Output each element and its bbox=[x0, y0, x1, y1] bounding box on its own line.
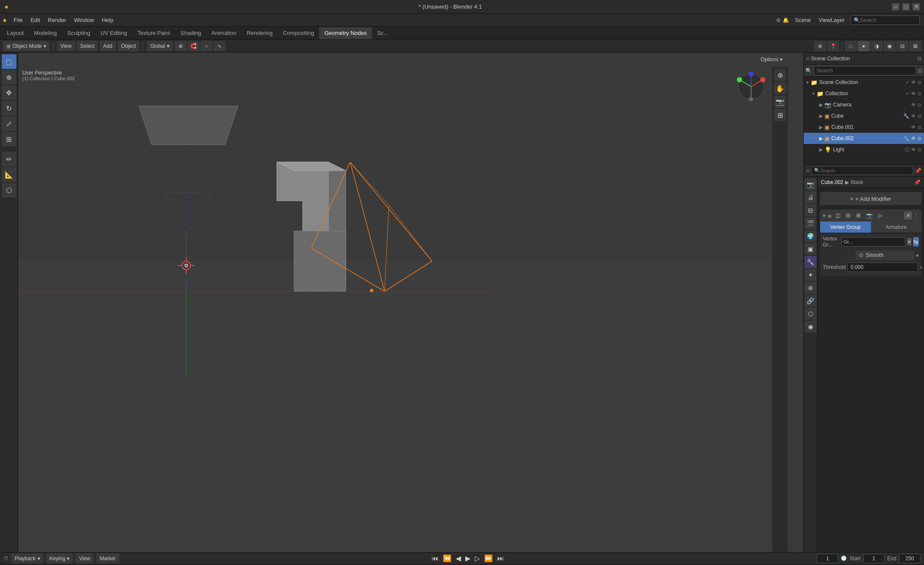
threshold-input[interactable] bbox=[847, 262, 918, 272]
menu-render[interactable]: Render bbox=[44, 16, 70, 25]
vertex-group-swap-btn[interactable]: ⇆ bbox=[913, 237, 919, 247]
vertex-group-clear-btn[interactable]: ✕ bbox=[907, 238, 911, 246]
wave-btn[interactable]: ∿ bbox=[213, 41, 226, 51]
options-btn[interactable]: Options ▾ bbox=[757, 54, 786, 65]
gizmo-btn[interactable]: ⊛ bbox=[814, 41, 826, 51]
measure-tool-btn[interactable]: 📐 bbox=[2, 167, 16, 182]
scene-label[interactable]: Scene bbox=[792, 16, 814, 25]
tab-modeling[interactable]: Modeling bbox=[29, 27, 62, 39]
collection-eye-icon[interactable]: 👁 bbox=[911, 91, 916, 96]
outliner-filter-icon[interactable]: ⊟ bbox=[917, 56, 921, 62]
vertex-group-input[interactable] bbox=[842, 237, 905, 247]
transform-btn[interactable]: ⊕ bbox=[175, 41, 187, 51]
tab-armature[interactable]: Armature bbox=[871, 222, 922, 233]
camera-eye-icon[interactable]: 👁 bbox=[911, 102, 916, 107]
snap-overlay-btn[interactable]: 📍 bbox=[827, 41, 839, 51]
top-search-input[interactable] bbox=[860, 17, 924, 23]
scene-collection-check-icon[interactable]: ✓ bbox=[905, 80, 909, 85]
scene-collection-restrict-icon[interactable]: ⊙ bbox=[918, 80, 921, 85]
menu-help[interactable]: Help bbox=[98, 16, 117, 25]
grab-btn[interactable]: ✋ bbox=[774, 82, 786, 94]
menu-file[interactable]: File bbox=[10, 16, 26, 25]
modifier-props-btn[interactable]: 🔧 bbox=[805, 256, 817, 268]
scene-collection-eye-icon[interactable]: 👁 bbox=[911, 80, 916, 85]
object-props-btn[interactable]: ▣ bbox=[805, 243, 817, 255]
outliner-cube002[interactable]: ▶ ▣ Cube.002 🔧 👁 ⊙ bbox=[804, 133, 924, 144]
particles-props-btn[interactable]: ✦ bbox=[805, 269, 817, 281]
transform-tool-btn[interactable]: ⊞ bbox=[2, 132, 16, 147]
move-tool-btn[interactable]: ✥ bbox=[2, 85, 16, 100]
step-forward-btn[interactable]: ▷ bbox=[473, 553, 482, 563]
rotate-tool-btn[interactable]: ↻ bbox=[2, 101, 16, 115]
material-props-btn[interactable]: ◉ bbox=[805, 321, 817, 333]
mod-icon-5[interactable]: ▷ bbox=[877, 212, 884, 219]
cube002-eye-icon[interactable]: 👁 bbox=[911, 136, 916, 141]
tab-extra[interactable]: Sc... bbox=[372, 27, 394, 39]
render-preview-btn[interactable]: ⊞ bbox=[774, 109, 786, 121]
global-dropdown[interactable]: Global▾ bbox=[147, 41, 173, 51]
cube001-eye-icon[interactable]: 👁 bbox=[911, 125, 916, 130]
viewport-shading-solid[interactable]: ● bbox=[858, 41, 870, 51]
outliner-scene-collection[interactable]: ▾ 📁 Scene Collection ✓ 👁 ⊙ bbox=[804, 77, 924, 88]
play-btn[interactable]: ▶ bbox=[464, 553, 472, 563]
tab-rendering[interactable]: Rendering bbox=[241, 27, 278, 39]
outliner-cube[interactable]: ▶ ▣ Cube 🔧 👁 ⊙ bbox=[804, 110, 924, 122]
modifier-menu-icon[interactable]: ⋮ bbox=[914, 212, 919, 219]
outliner-collection[interactable]: ▾ 📁 Collection ✓ 👁 ⊙ bbox=[804, 88, 924, 99]
light-restrict-icon[interactable]: ⊙ bbox=[918, 147, 921, 153]
select-tool-btn[interactable]: ▢ bbox=[2, 54, 16, 69]
properties-search-input[interactable] bbox=[820, 168, 910, 173]
menu-window[interactable]: Window bbox=[71, 16, 97, 25]
cube-restrict-icon[interactable]: ⊙ bbox=[918, 113, 921, 119]
prop-pin-icon[interactable]: 📌 bbox=[915, 168, 921, 174]
tab-uv-editing[interactable]: UV Editing bbox=[95, 27, 132, 39]
xray-btn[interactable]: ⊠ bbox=[909, 41, 921, 51]
object-mode-dropdown[interactable]: ▣ Object Mode ▾ bbox=[3, 41, 50, 51]
cube-eye-icon[interactable]: 👁 bbox=[911, 113, 916, 119]
camera-view-btn[interactable]: 📷 bbox=[774, 96, 786, 108]
end-frame-input[interactable] bbox=[899, 554, 921, 563]
snap-btn[interactable]: 🧲 bbox=[188, 41, 200, 51]
step-back-btn[interactable]: ◀ bbox=[454, 553, 463, 563]
constraints-props-btn[interactable]: 🔗 bbox=[805, 295, 817, 307]
breadcrumb-object[interactable]: Cube.002 bbox=[821, 179, 843, 185]
breadcrumb-pin-icon[interactable]: 📌 bbox=[914, 179, 921, 185]
object-data-props-btn[interactable]: ⬡ bbox=[805, 308, 817, 320]
mod-icon-2[interactable]: ⊟ bbox=[844, 212, 852, 219]
tab-vertex-group[interactable]: Vertex Group bbox=[820, 222, 871, 233]
zoom-in-btn[interactable]: ⊕ bbox=[774, 69, 786, 81]
tab-animation[interactable]: Animation bbox=[206, 27, 241, 39]
collection-restrict-icon[interactable]: ⊙ bbox=[918, 91, 921, 97]
collection-check-icon[interactable]: ✓ bbox=[905, 91, 909, 97]
viewlayer-label[interactable]: ViewLayer bbox=[815, 16, 848, 25]
tab-texture-paint[interactable]: Texture Paint bbox=[132, 27, 175, 39]
outliner-light[interactable]: ▶ 💡 Light ⓘ 👁 ⊙ bbox=[804, 144, 924, 155]
playback-menu-btn[interactable]: Playback ▾ bbox=[11, 553, 44, 564]
mod-icon-3[interactable]: ⊞ bbox=[855, 212, 862, 219]
start-frame-input[interactable] bbox=[863, 554, 885, 563]
camera-restrict-icon[interactable]: ⊙ bbox=[918, 102, 921, 108]
select-menu-btn[interactable]: Select bbox=[77, 41, 98, 51]
jump-start-btn[interactable]: ⏮ bbox=[430, 554, 440, 563]
cube001-restrict-icon[interactable]: ⊙ bbox=[918, 125, 921, 130]
scale-tool-btn[interactable]: ⤢ bbox=[2, 116, 16, 131]
outliner-filter-btn[interactable]: ⊟ bbox=[918, 68, 922, 74]
render-props-btn[interactable]: 📷 bbox=[805, 178, 817, 190]
tab-sculpting[interactable]: Sculpting bbox=[62, 27, 95, 39]
proportional-btn[interactable]: ○ bbox=[200, 41, 213, 51]
view-layer-props-btn[interactable]: ⊟ bbox=[805, 204, 817, 216]
tab-geometry-nodes[interactable]: Geometry Nodes bbox=[319, 27, 372, 39]
output-props-btn[interactable]: 🖨 bbox=[805, 191, 817, 203]
modifier-expand-icon[interactable]: ▾ bbox=[823, 212, 826, 219]
cursor-tool-btn[interactable]: ⊕ bbox=[2, 70, 16, 84]
jump-back-btn[interactable]: ⏪ bbox=[441, 553, 453, 563]
outliner-cube001[interactable]: ▶ ▣ Cube.001 👁 ⊙ bbox=[804, 122, 924, 133]
menu-edit[interactable]: Edit bbox=[27, 16, 44, 25]
tab-compositing[interactable]: Compositing bbox=[278, 27, 319, 39]
minimize-button[interactable]: ─ bbox=[892, 3, 899, 10]
smooth-toggle[interactable]: Smooth bbox=[855, 250, 914, 260]
mod-icon-4[interactable]: 📷 bbox=[864, 212, 874, 219]
close-button[interactable]: ✕ bbox=[913, 3, 920, 10]
marker-btn[interactable]: Marker bbox=[96, 553, 119, 564]
mod-icon-1[interactable]: ◫ bbox=[834, 212, 842, 219]
